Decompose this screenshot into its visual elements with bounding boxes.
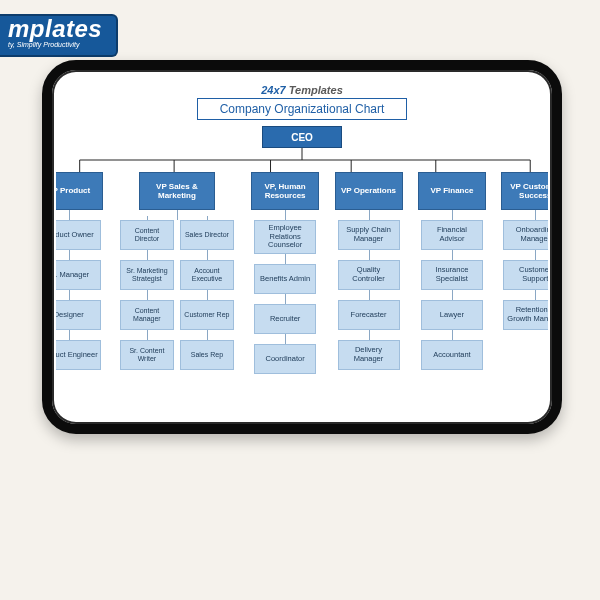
node: Customer Support <box>503 260 548 290</box>
vp-product: VP Product <box>56 172 103 210</box>
tablet-screen: 24x7 Templates Company Organizational Ch… <box>56 74 548 420</box>
vp-customer-success: VP Customer Success <box>501 172 548 210</box>
brand-part2: Templates <box>286 84 343 96</box>
subs-operations: Supply Chain Manager Quality Controller … <box>338 220 400 370</box>
node: Lawyer <box>421 300 483 330</box>
vp-operations: VP Operations <box>335 172 403 210</box>
subs-sales-marketing: Content Director Sr. Marketing Strategis… <box>120 220 234 370</box>
node: Delivery Manager <box>338 340 400 370</box>
chart-header: 24x7 Templates Company Organizational Ch… <box>60 84 544 120</box>
node: Insurance Specialist <box>421 260 483 290</box>
node: Product Engineer <box>56 340 101 370</box>
brand-line: 24x7 Templates <box>60 84 544 96</box>
col-vp-product: VP Product Product Owner Sr. Manager Des… <box>56 172 109 374</box>
node: Account Executive <box>180 260 234 290</box>
node: Product Owner <box>56 220 101 250</box>
chart-title: Company Organizational Chart <box>197 98 408 120</box>
col-vp-customer-success: VP Customer Success Onboarding Manager C… <box>495 172 548 374</box>
tablet-frame: 24x7 Templates Company Organizational Ch… <box>42 60 562 434</box>
node: Sr. Manager <box>56 260 101 290</box>
node: Quality Controller <box>338 260 400 290</box>
col-vp-sales-marketing: VP Sales & Marketing Content Director Sr… <box>111 172 242 374</box>
vp-sales-marketing: VP Sales & Marketing <box>139 172 215 210</box>
brand-badge: mplates ty, Simplify Productivity <box>0 14 118 57</box>
vp-finance: VP Finance <box>418 172 486 210</box>
node: Forecaster <box>338 300 400 330</box>
subs-customer-success: Onboarding Manager Customer Support Rete… <box>503 220 548 330</box>
subs-hr: Employee Relations Counselor Benefits Ad… <box>254 220 316 374</box>
col-vp-operations: VP Operations Supply Chain Manager Quali… <box>328 172 409 374</box>
node: Financial Advisor <box>421 220 483 250</box>
node: Supply Chain Manager <box>338 220 400 250</box>
subcol-sales: Sales Director Account Executive Custome… <box>180 220 234 370</box>
node: Content Director <box>120 220 174 250</box>
node: Sales Rep <box>180 340 234 370</box>
node: Content Manager <box>120 300 174 330</box>
node: Benefits Admin <box>254 264 316 294</box>
col-vp-finance: VP Finance Financial Advisor Insurance S… <box>411 172 492 374</box>
node: Onboarding Manager <box>503 220 548 250</box>
node: Accountant <box>421 340 483 370</box>
subcol-content: Content Director Sr. Marketing Strategis… <box>120 220 174 370</box>
ceo-node: CEO <box>262 126 342 148</box>
brand-tagline: ty, Simplify Productivity <box>8 41 102 48</box>
node: Recruiter <box>254 304 316 334</box>
vp-hr: VP, Human Resources <box>251 172 319 210</box>
node: Sr. Content Writer <box>120 340 174 370</box>
node: Sales Director <box>180 220 234 250</box>
node: Employee Relations Counselor <box>254 220 316 254</box>
subs-product: Product Owner Sr. Manager Designer Produ… <box>56 220 101 370</box>
org-chart: CEO VP Product Prod <box>60 126 544 416</box>
node: Sr. Marketing Strategist <box>120 260 174 290</box>
node: Designer <box>56 300 101 330</box>
node: Customer Rep <box>180 300 234 330</box>
brand-name: mplates <box>8 16 102 41</box>
node: Retention & Growth Manager <box>503 300 548 330</box>
node: Coordinator <box>254 344 316 374</box>
vp-columns: VP Product Product Owner Sr. Manager Des… <box>56 172 548 374</box>
brand-part1: 24x7 <box>261 84 285 96</box>
col-vp-hr: VP, Human Resources Employee Relations C… <box>244 172 325 374</box>
subs-finance: Financial Advisor Insurance Specialist L… <box>421 220 483 370</box>
